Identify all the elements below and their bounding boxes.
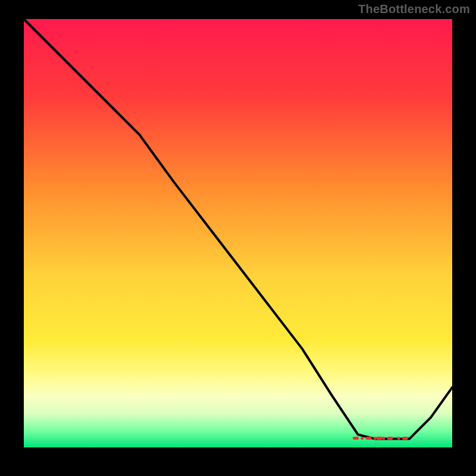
optimum-marker <box>387 437 393 440</box>
optimum-marker <box>377 437 383 440</box>
curve-overlay <box>24 19 452 447</box>
optimum-marker <box>397 437 400 440</box>
optimum-marker <box>366 437 372 440</box>
watermark-text: TheBottleneck.com <box>358 2 470 16</box>
optimum-marker <box>382 437 385 440</box>
plot-area <box>24 19 452 447</box>
optimum-marker <box>353 437 359 440</box>
optimum-marker <box>374 437 377 440</box>
bottleneck-curve <box>24 19 452 439</box>
chart-stage: TheBottleneck.com <box>0 0 476 476</box>
optimum-marker <box>361 437 364 440</box>
optimum-marker <box>402 437 408 440</box>
